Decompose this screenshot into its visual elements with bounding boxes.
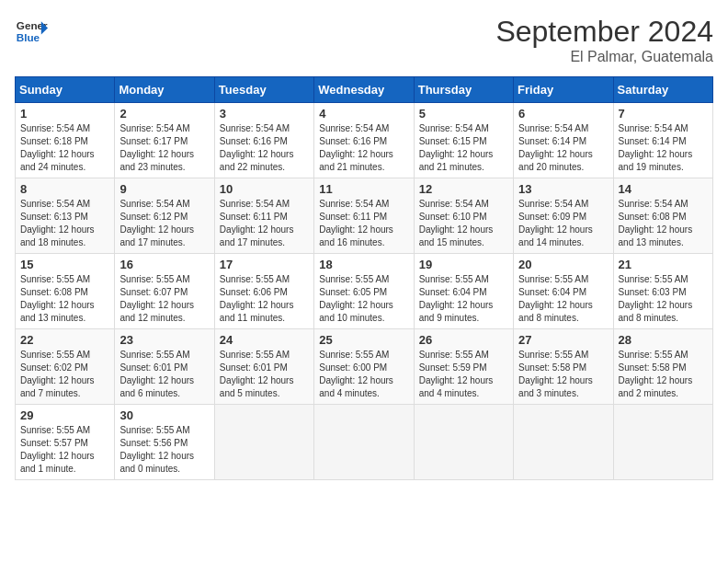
header: General Blue September 2024 El Palmar, G… — [15, 15, 713, 65]
day-info: Sunrise: 5:54 AM Sunset: 6:17 PM Dayligh… — [119, 122, 209, 174]
calendar-week-1: 1 Sunrise: 5:54 AM Sunset: 6:18 PM Dayli… — [16, 103, 713, 178]
day-cell-22: 22 Sunrise: 5:55 AM Sunset: 6:02 PM Dayl… — [16, 329, 115, 405]
day-cell-4: 4 Sunrise: 5:54 AM Sunset: 6:16 PM Dayli… — [314, 103, 414, 178]
day-cell-8: 8 Sunrise: 5:54 AM Sunset: 6:13 PM Dayli… — [16, 178, 115, 254]
day-info: Sunrise: 5:55 AM Sunset: 6:01 PM Dayligh… — [220, 349, 309, 400]
calendar-table: Sunday Monday Tuesday Wednesday Thursday… — [15, 76, 713, 480]
logo: General Blue — [15, 15, 48, 48]
day-info: Sunrise: 5:55 AM Sunset: 5:56 PM Dayligh… — [119, 424, 209, 476]
calendar-week-5: 29 Sunrise: 5:55 AM Sunset: 5:57 PM Dayl… — [16, 405, 713, 480]
day-cell-29: 29 Sunrise: 5:55 AM Sunset: 5:57 PM Dayl… — [16, 405, 115, 480]
empty-cell — [613, 405, 712, 480]
day-number: 26 — [419, 333, 508, 347]
day-number: 24 — [220, 333, 309, 347]
day-info: Sunrise: 5:54 AM Sunset: 6:10 PM Dayligh… — [419, 198, 508, 249]
day-number: 30 — [119, 408, 209, 422]
day-info: Sunrise: 5:54 AM Sunset: 6:08 PM Dayligh… — [619, 198, 708, 249]
day-cell-28: 28 Sunrise: 5:55 AM Sunset: 5:58 PM Dayl… — [613, 329, 712, 405]
day-info: Sunrise: 5:54 AM Sunset: 6:09 PM Dayligh… — [518, 198, 608, 249]
day-info: Sunrise: 5:55 AM Sunset: 6:06 PM Dayligh… — [220, 273, 309, 325]
day-cell-15: 15 Sunrise: 5:55 AM Sunset: 6:08 PM Dayl… — [16, 254, 115, 329]
day-number: 6 — [518, 107, 608, 121]
day-info: Sunrise: 5:55 AM Sunset: 5:58 PM Dayligh… — [518, 349, 608, 400]
day-cell-7: 7 Sunrise: 5:54 AM Sunset: 6:14 PM Dayli… — [613, 103, 712, 178]
col-thursday: Thursday — [414, 77, 513, 103]
day-cell-5: 5 Sunrise: 5:54 AM Sunset: 6:15 PM Dayli… — [414, 103, 513, 178]
day-number: 4 — [319, 107, 408, 121]
col-tuesday: Tuesday — [214, 77, 313, 103]
day-cell-20: 20 Sunrise: 5:55 AM Sunset: 6:04 PM Dayl… — [514, 254, 613, 329]
day-number: 16 — [119, 258, 209, 271]
day-number: 21 — [619, 258, 708, 271]
day-info: Sunrise: 5:54 AM Sunset: 6:16 PM Dayligh… — [220, 122, 309, 174]
day-number: 9 — [119, 182, 209, 196]
day-cell-1: 1 Sunrise: 5:54 AM Sunset: 6:18 PM Dayli… — [16, 103, 115, 178]
day-number: 10 — [220, 182, 309, 196]
day-info: Sunrise: 5:55 AM Sunset: 6:00 PM Dayligh… — [319, 349, 408, 400]
day-cell-2: 2 Sunrise: 5:54 AM Sunset: 6:17 PM Dayli… — [115, 103, 214, 178]
day-info: Sunrise: 5:54 AM Sunset: 6:12 PM Dayligh… — [119, 198, 209, 249]
day-number: 28 — [619, 333, 708, 347]
day-cell-11: 11 Sunrise: 5:54 AM Sunset: 6:11 PM Dayl… — [314, 178, 414, 254]
day-info: Sunrise: 5:54 AM Sunset: 6:13 PM Dayligh… — [20, 198, 109, 249]
day-number: 17 — [220, 258, 309, 271]
day-cell-10: 10 Sunrise: 5:54 AM Sunset: 6:11 PM Dayl… — [214, 178, 313, 254]
day-cell-6: 6 Sunrise: 5:54 AM Sunset: 6:14 PM Dayli… — [514, 103, 613, 178]
col-wednesday: Wednesday — [314, 77, 414, 103]
day-number: 13 — [518, 182, 608, 196]
day-cell-26: 26 Sunrise: 5:55 AM Sunset: 5:59 PM Dayl… — [414, 329, 513, 405]
day-number: 7 — [619, 107, 708, 121]
day-cell-18: 18 Sunrise: 5:55 AM Sunset: 6:05 PM Dayl… — [314, 254, 414, 329]
day-number: 15 — [20, 258, 109, 271]
day-info: Sunrise: 5:55 AM Sunset: 6:02 PM Dayligh… — [20, 349, 109, 400]
month-title: September 2024 — [495, 15, 713, 49]
day-info: Sunrise: 5:54 AM Sunset: 6:14 PM Dayligh… — [619, 122, 708, 174]
day-info: Sunrise: 5:55 AM Sunset: 5:59 PM Dayligh… — [419, 349, 508, 400]
day-cell-14: 14 Sunrise: 5:54 AM Sunset: 6:08 PM Dayl… — [613, 178, 712, 254]
day-number: 5 — [419, 107, 508, 121]
day-cell-12: 12 Sunrise: 5:54 AM Sunset: 6:10 PM Dayl… — [414, 178, 513, 254]
calendar-week-4: 22 Sunrise: 5:55 AM Sunset: 6:02 PM Dayl… — [16, 329, 713, 405]
day-number: 14 — [619, 182, 708, 196]
day-info: Sunrise: 5:54 AM Sunset: 6:18 PM Dayligh… — [20, 122, 109, 174]
col-monday: Monday — [115, 77, 214, 103]
day-cell-24: 24 Sunrise: 5:55 AM Sunset: 6:01 PM Dayl… — [214, 329, 313, 405]
day-info: Sunrise: 5:55 AM Sunset: 6:07 PM Dayligh… — [119, 273, 209, 325]
calendar-body: 1 Sunrise: 5:54 AM Sunset: 6:18 PM Dayli… — [16, 103, 713, 480]
day-info: Sunrise: 5:55 AM Sunset: 6:04 PM Dayligh… — [419, 273, 508, 325]
calendar-week-2: 8 Sunrise: 5:54 AM Sunset: 6:13 PM Dayli… — [16, 178, 713, 254]
day-number: 27 — [518, 333, 608, 347]
day-cell-27: 27 Sunrise: 5:55 AM Sunset: 5:58 PM Dayl… — [514, 329, 613, 405]
day-cell-16: 16 Sunrise: 5:55 AM Sunset: 6:07 PM Dayl… — [115, 254, 214, 329]
day-cell-30: 30 Sunrise: 5:55 AM Sunset: 5:56 PM Dayl… — [115, 405, 214, 480]
day-number: 1 — [20, 107, 109, 121]
logo-icon: General Blue — [15, 15, 48, 48]
svg-text:Blue: Blue — [17, 31, 40, 43]
col-friday: Friday — [514, 77, 613, 103]
location: El Palmar, Guatemala — [495, 49, 713, 65]
day-cell-25: 25 Sunrise: 5:55 AM Sunset: 6:00 PM Dayl… — [314, 329, 414, 405]
day-cell-9: 9 Sunrise: 5:54 AM Sunset: 6:12 PM Dayli… — [115, 178, 214, 254]
day-info: Sunrise: 5:55 AM Sunset: 6:05 PM Dayligh… — [319, 273, 408, 325]
day-number: 2 — [119, 107, 209, 121]
day-cell-17: 17 Sunrise: 5:55 AM Sunset: 6:06 PM Dayl… — [214, 254, 313, 329]
day-info: Sunrise: 5:55 AM Sunset: 6:03 PM Dayligh… — [619, 273, 708, 325]
title-area: September 2024 El Palmar, Guatemala — [495, 15, 713, 65]
day-info: Sunrise: 5:55 AM Sunset: 6:01 PM Dayligh… — [119, 349, 209, 400]
day-cell-3: 3 Sunrise: 5:54 AM Sunset: 6:16 PM Dayli… — [214, 103, 313, 178]
calendar-header-row: Sunday Monday Tuesday Wednesday Thursday… — [16, 77, 713, 103]
col-saturday: Saturday — [613, 77, 712, 103]
day-number: 3 — [220, 107, 309, 121]
day-info: Sunrise: 5:54 AM Sunset: 6:14 PM Dayligh… — [518, 122, 608, 174]
day-number: 29 — [20, 408, 109, 422]
day-info: Sunrise: 5:55 AM Sunset: 5:57 PM Dayligh… — [20, 424, 109, 476]
day-number: 18 — [319, 258, 408, 271]
day-number: 25 — [319, 333, 408, 347]
day-info: Sunrise: 5:55 AM Sunset: 6:04 PM Dayligh… — [518, 273, 608, 325]
day-cell-21: 21 Sunrise: 5:55 AM Sunset: 6:03 PM Dayl… — [613, 254, 712, 329]
day-number: 20 — [518, 258, 608, 271]
day-info: Sunrise: 5:55 AM Sunset: 6:08 PM Dayligh… — [20, 273, 109, 325]
day-number: 22 — [20, 333, 109, 347]
day-info: Sunrise: 5:54 AM Sunset: 6:11 PM Dayligh… — [220, 198, 309, 249]
day-number: 23 — [119, 333, 209, 347]
